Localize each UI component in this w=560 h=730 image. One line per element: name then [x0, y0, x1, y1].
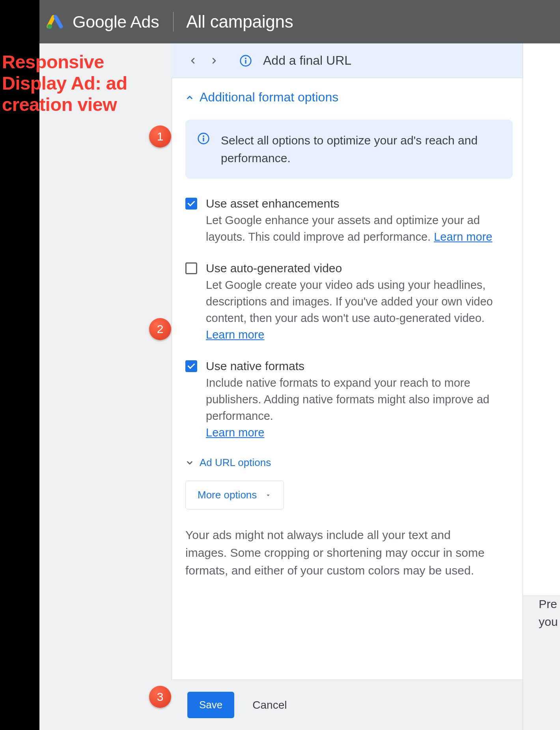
- ad-url-options-expander[interactable]: Ad URL options: [185, 457, 513, 469]
- next-issue-button[interactable]: [209, 56, 219, 66]
- callout-marker-1: 1: [149, 125, 171, 148]
- svg-point-5: [203, 135, 204, 137]
- option-native-formats: Use native formats Include native format…: [185, 359, 513, 441]
- native-formats-checkbox[interactable]: [185, 360, 197, 372]
- footer-actions: Save Cancel: [172, 680, 560, 730]
- learn-more-link[interactable]: Learn more: [206, 328, 264, 341]
- option-asset-enhancements: Use asset enhancements Let Google enhanc…: [185, 197, 513, 245]
- more-options-label: More options: [198, 489, 257, 501]
- option-desc: Let Google enhance your assets and optim…: [206, 212, 513, 245]
- svg-point-0: [47, 24, 52, 29]
- learn-more-link[interactable]: Learn more: [434, 230, 492, 243]
- option-auto-generated-video: Use auto-generated video Let Google crea…: [185, 262, 513, 343]
- validation-banner: Add a final URL: [172, 43, 560, 78]
- banner-text: Add a final URL: [263, 53, 351, 68]
- info-icon: [197, 132, 210, 146]
- content-left-gutter: [39, 43, 172, 730]
- save-button[interactable]: Save: [187, 692, 234, 718]
- callout-marker-2: 2: [149, 318, 171, 340]
- disclaimer-text: Your ads might not always include all yo…: [185, 526, 485, 579]
- additional-format-options-expander[interactable]: Additional format options: [185, 90, 513, 105]
- chevron-up-icon: [185, 93, 194, 102]
- callout-marker-3: 3: [149, 686, 171, 708]
- preview-panel-cropped: Preyou: [523, 43, 560, 730]
- app-header: Google Ads All campaigns: [39, 0, 560, 43]
- cancel-button[interactable]: Cancel: [252, 699, 287, 711]
- ad-url-label: Ad URL options: [200, 457, 271, 469]
- main-panel: Add a final URL Additional format option…: [172, 43, 560, 730]
- option-title: Use auto-generated video: [206, 262, 513, 275]
- google-ads-logo-icon: [47, 13, 63, 30]
- product-name: Google Ads: [73, 12, 159, 32]
- asset-enhancements-checkbox[interactable]: [185, 198, 197, 210]
- optimize-info-box: Select all options to optimize your ad's…: [185, 120, 513, 179]
- learn-more-link[interactable]: Learn more: [206, 426, 264, 439]
- caret-down-icon: [265, 492, 272, 499]
- auto-generated-video-checkbox[interactable]: [185, 262, 197, 274]
- more-options-button[interactable]: More options: [185, 481, 284, 509]
- info-icon: [239, 54, 252, 67]
- svg-rect-3: [245, 60, 246, 64]
- overlay-annotation: Responsive Display Ad: ad creation view: [2, 51, 148, 115]
- info-box-text: Select all options to optimize your ad's…: [221, 131, 497, 167]
- prev-issue-button[interactable]: [188, 56, 198, 66]
- google-ads-logo: Google Ads: [47, 12, 159, 32]
- option-desc: Let Google create your video ads using y…: [206, 277, 513, 343]
- option-title: Use native formats: [206, 359, 513, 373]
- svg-rect-6: [203, 138, 204, 141]
- expander-label: Additional format options: [200, 90, 338, 105]
- option-desc: Include native formats to expand your re…: [206, 374, 513, 441]
- header-title: All campaigns: [186, 12, 293, 32]
- header-divider: [173, 12, 174, 32]
- chevron-down-icon: [185, 459, 194, 467]
- svg-point-2: [245, 58, 246, 59]
- option-title: Use asset enhancements: [206, 197, 513, 210]
